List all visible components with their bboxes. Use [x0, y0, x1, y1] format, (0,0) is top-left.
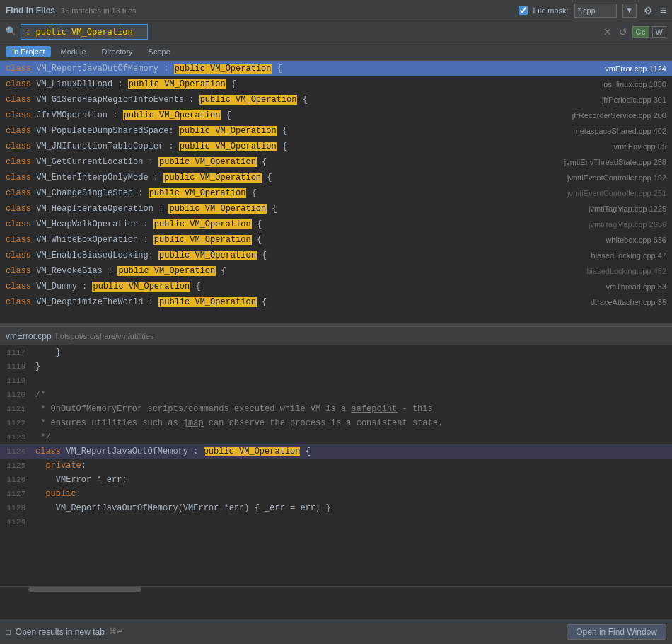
result-filename: biasedLocking.cpp 452	[539, 267, 666, 275]
result-filename: vmError.cpp 1124	[539, 64, 666, 73]
table-row[interactable]: class VM_HeapIterateOperation : public V…	[0, 201, 672, 217]
match-count: 16 matches in 13 files	[61, 6, 136, 15]
line-number: 1125	[0, 461, 33, 470]
search-icon: 🔍	[6, 26, 16, 37]
table-row[interactable]: class VM_PopulateDumpSharedSpace: public…	[0, 123, 672, 139]
result-filename: os_linux.cpp 1830	[539, 80, 666, 88]
line-content: private:	[33, 461, 672, 471]
line-content: VMError *_err;	[33, 475, 672, 485]
result-content: class VM_GetCurrentLocation : public VM_…	[6, 157, 539, 167]
table-row[interactable]: class VM_EnterInterpOnlyMode : public VM…	[0, 170, 672, 185]
table-row[interactable]: class VM_Dummy : public VM_Operation { v…	[0, 279, 672, 294]
filter-icon-btn[interactable]: ⚙	[642, 4, 654, 18]
tab-module[interactable]: Module	[54, 46, 92, 57]
open-in-find-window-btn[interactable]: Open in Find Window	[567, 624, 666, 640]
results-list[interactable]: class VM_ReportJavaOutOfMemory : public …	[0, 61, 672, 323]
result-filename: jvmtiEventController.cpp 192	[539, 173, 666, 182]
tab-scope[interactable]: Scope	[142, 46, 177, 57]
table-row[interactable]: class VM_RevokeBias : public VM_Operatio…	[0, 263, 672, 279]
line-content: * OnOutOfMemoryError scripts/commands ex…	[33, 404, 672, 414]
result-content: class VM_WhiteBoxOperation : public VM_O…	[6, 235, 539, 245]
line-number: 1126	[0, 476, 33, 484]
result-content: class VM_PopulateDumpSharedSpace: public…	[6, 126, 539, 136]
code-line-1129: 1129	[0, 515, 672, 529]
code-line-1122: 1122 * ensures utilities such as jmap ca…	[0, 416, 672, 430]
result-content: class VM_HeapWalkOperation : public VM_O…	[6, 219, 539, 229]
file-header-path: hotspot/src/share/vm/utilities	[56, 332, 154, 340]
line-number: 1121	[0, 405, 33, 413]
code-line-1128: 1128 VM_ReportJavaOutOfMemory(VMError *e…	[0, 501, 672, 515]
result-filename: jvmtiEnvThreadState.cpp 258	[539, 158, 666, 166]
result-content: class VM_ReportJavaOutOfMemory : public …	[6, 64, 539, 74]
code-view[interactable]: 1117 } 1118 } 1119 1120 /* 1121 * OnOutO…	[0, 345, 672, 586]
code-line-1127: 1127 public:	[0, 487, 672, 501]
h-scroll-thumb[interactable]	[28, 587, 141, 592]
result-filename: dtraceAttacher.cpp 35	[539, 298, 666, 306]
code-line-1121: 1121 * OnOutOfMemoryError scripts/comman…	[0, 402, 672, 416]
result-content: class VM_Dummy : public VM_Operation {	[6, 282, 539, 292]
table-row[interactable]: class VM_LinuxDllLoad : public VM_Operat…	[0, 76, 672, 92]
line-content: */	[33, 432, 672, 442]
table-row[interactable]: class VM_ChangeSingleStep : public VM_Op…	[0, 185, 672, 201]
file-mask-checkbox[interactable]	[519, 6, 528, 15]
code-line-1123: 1123 */	[0, 430, 672, 444]
line-number: 1123	[0, 433, 33, 442]
result-content: class VM_HeapIterateOperation : public V…	[6, 204, 539, 214]
search-input[interactable]	[21, 24, 148, 40]
result-filename: vmThread.cpp 53	[539, 282, 666, 291]
line-number: 1117	[0, 348, 33, 357]
table-row[interactable]: class VM_GetCurrentLocation : public VM_…	[0, 154, 672, 170]
refresh-btn[interactable]: ↺	[617, 25, 630, 38]
search-actions: ✕ ↺ Cc W	[601, 25, 666, 38]
line-number: 1120	[0, 391, 33, 399]
file-header: vmError.cpp hotspot/src/share/vm/utiliti…	[0, 327, 672, 345]
find-in-files-label: Find in Files	[6, 6, 55, 16]
result-filename: jfrPeriodic.cpp 301	[539, 96, 666, 104]
table-row[interactable]: class VM_HeapWalkOperation : public VM_O…	[0, 217, 672, 232]
file-mask-input[interactable]	[574, 4, 617, 18]
table-row[interactable]: class VM_G1SendHeapRegionInfoEvents : pu…	[0, 92, 672, 108]
top-bar: Find in Files 16 matches in 13 files Fil…	[0, 0, 672, 21]
code-line-1120: 1120 /*	[0, 388, 672, 402]
code-line-1117: 1117 }	[0, 345, 672, 360]
result-filename: biasedLocking.cpp 47	[539, 251, 666, 260]
result-content: class VM_DeoptimizeTheWorld : public VM_…	[6, 297, 539, 307]
horizontal-scrollbar[interactable]	[0, 586, 672, 592]
table-row[interactable]: class VM_JNIFunctionTableCopier : public…	[0, 139, 672, 154]
table-row[interactable]: class VM_WhiteBoxOperation : public VM_O…	[0, 232, 672, 248]
file-mask-dropdown[interactable]: ▼	[622, 4, 637, 18]
clear-search-btn[interactable]: ✕	[601, 25, 614, 38]
line-content: public:	[33, 489, 672, 499]
result-content: class VM_EnterInterpOnlyMode : public VM…	[6, 173, 539, 183]
tab-directory[interactable]: Directory	[95, 46, 139, 57]
file-mask-label: File mask:	[533, 6, 569, 15]
search-bar: 🔍 ✕ ↺ Cc W	[0, 21, 672, 42]
whole-word-btn[interactable]: W	[652, 26, 666, 38]
table-row[interactable]: class JfrVMOperation : public VM_Operati…	[0, 108, 672, 123]
table-row[interactable]: class VM_ReportJavaOutOfMemory : public …	[0, 61, 672, 76]
result-filename: jvmtiTagMap.cpp 1225	[539, 205, 666, 213]
line-number: 1127	[0, 490, 33, 498]
top-bar-left: Find in Files 16 matches in 13 files	[6, 6, 136, 16]
code-line-1125: 1125 private:	[0, 459, 672, 473]
result-content: class VM_JNIFunctionTableCopier : public…	[6, 142, 539, 151]
result-content: class VM_RevokeBias : public VM_Operatio…	[6, 266, 539, 276]
open-tab-btn[interactable]: Open results in new tab	[16, 627, 105, 637]
more-options-btn[interactable]: ≡	[660, 4, 666, 17]
tabs-bar: In Project Module Directory Scope	[0, 42, 672, 61]
file-header-name: vmError.cpp	[6, 331, 52, 341]
line-number: 1118	[0, 362, 33, 371]
case-sensitive-btn[interactable]: Cc	[632, 26, 649, 38]
tab-in-project[interactable]: In Project	[6, 46, 51, 57]
line-content: }	[33, 362, 672, 372]
result-content: class VM_G1SendHeapRegionInfoEvents : pu…	[6, 95, 539, 105]
line-number: 1129	[0, 518, 33, 527]
line-number: 1119	[0, 376, 33, 385]
result-filename: jvmtiTagMap.cpp 2656	[539, 220, 666, 229]
bottom-bar: ☐ Open results in new tab ⌘↵ Open in Fin…	[0, 619, 672, 644]
table-row[interactable]: class VM_EnableBiasedLocking: public VM_…	[0, 248, 672, 263]
result-filename: metaspaceShared.cpp 402	[539, 127, 666, 135]
top-bar-right: File mask: ▼ ⚙ ≡	[519, 4, 666, 18]
line-number: 1128	[0, 504, 33, 512]
table-row[interactable]: class VM_DeoptimizeTheWorld : public VM_…	[0, 294, 672, 310]
